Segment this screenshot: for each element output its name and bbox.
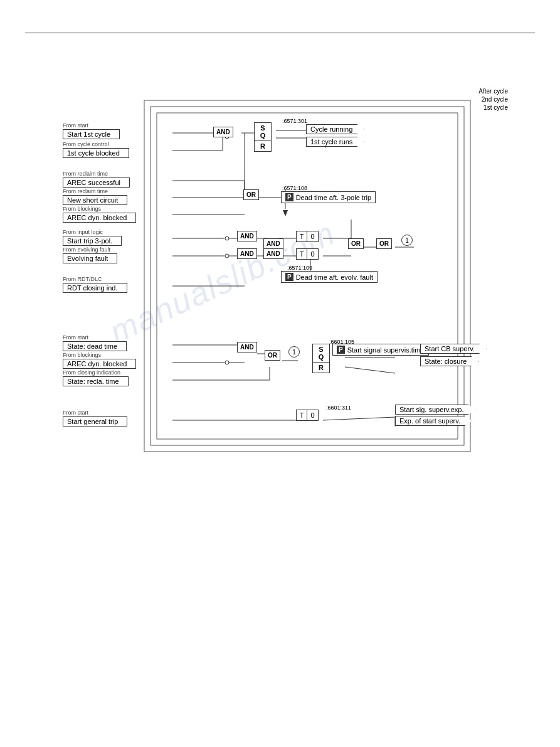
svg-line-47 [345, 367, 395, 373]
rdt-closing-group: From RDT/DLC RDT closing ind. [63, 276, 127, 293]
evolving-fault-caption: From evolving fault [63, 246, 117, 253]
start-general-trip-group: From start Start general trip [63, 410, 127, 426]
p2-block: P Dead time aft. evolv. fault [281, 271, 378, 283]
new-short-circuit-caption: From reclaim time [63, 188, 127, 194]
and-gate-1: AND [213, 127, 233, 137]
1st-cycle-runs-label: 1st cycle runs [310, 138, 352, 146]
and-gate-4-label: AND [263, 238, 283, 249]
start-trip-3pol-label: Start trip 3-pol. [67, 237, 112, 245]
svg-point-20 [225, 236, 229, 240]
state-closure-group: State: closure [420, 356, 478, 366]
new-short-circuit-label: New short circuit [67, 196, 118, 204]
start-cb-superv-group: Start CB superv. [420, 344, 487, 354]
state-closure-box: State: closure [420, 356, 478, 366]
p1-p: P [285, 193, 293, 201]
start-sig-superv-exp-label: Start sig. superv.exp. [399, 406, 464, 413]
sr2-s: S Q [313, 344, 329, 363]
and-gate-1-label: AND [213, 127, 233, 137]
id-6571-108: :6571:108 [282, 185, 307, 191]
sr1-r: R [255, 141, 271, 151]
start-sig-superv-exp-box: Start sig. superv.exp. [395, 405, 476, 415]
state-recla-caption: From closing indication [63, 369, 129, 376]
first-cycle-label: 1st cycle [478, 104, 508, 111]
arec-dyn-blocked2-box: AREC dyn. blocked [63, 359, 136, 369]
and-gate-6-label: AND [237, 342, 257, 352]
arec-dyn-blocked2-label: AREC dyn. blocked [67, 360, 127, 368]
sr1-s: S Q [255, 123, 271, 141]
p1-text: Dead time aft. 3-pole trip [296, 194, 371, 201]
1st-cycle-runs-group: 1st cycle runs [306, 137, 364, 147]
1st-cycle-blocked-label: 1st cycle blocked [67, 149, 120, 157]
or-gate-2: OR [348, 238, 364, 249]
1st-cycle-runs-box: 1st cycle runs [306, 137, 364, 147]
start-cb-superv-label: Start CB superv. [425, 345, 475, 352]
start-sig-superv-exp-group: Start sig. superv.exp. [395, 405, 476, 415]
num-1b-circle: 1 [288, 346, 300, 358]
sr2-r: R [313, 363, 329, 373]
rdt-closing-box: RDT closing ind. [63, 283, 127, 293]
timer2-v: 0 [307, 249, 318, 259]
evolving-fault-box: Evolving fault [63, 253, 117, 263]
rdt-closing-caption: From RDT/DLC [63, 276, 127, 282]
p1-label-box: P Dead time aft. 3-pole trip [281, 191, 376, 203]
new-short-circuit-box: New short circuit [63, 195, 127, 205]
id-6571-301: :6571:301 [282, 118, 307, 124]
id-6571-109: :6571:109 [287, 265, 312, 271]
state-dead-time-label: State: dead time [67, 342, 117, 350]
svg-point-39 [225, 361, 229, 364]
timer3-box: T 0 [296, 410, 319, 421]
svg-line-49 [323, 417, 395, 420]
timer3-t: T [297, 410, 307, 420]
or-gate-4-label: OR [265, 350, 280, 361]
timer1-t: T [297, 231, 307, 241]
and-gate-5: AND [263, 248, 283, 259]
or-gate-1: OR [243, 189, 259, 200]
arec-successful-box: AREC successful [63, 177, 130, 188]
start-general-trip-label: Start general trip [67, 418, 118, 425]
state-recla-group: From closing indication State: recla. ti… [63, 369, 129, 386]
timer2-t: T [297, 249, 307, 259]
arec-dyn-blocked2-caption: From blockings [63, 352, 136, 358]
svg-marker-18 [283, 210, 288, 216]
second-cycle-label: 2nd cycle [478, 96, 508, 103]
arec-dyn-blocked1-box: AREC dyn. blocked [63, 213, 136, 223]
new-short-circuit-group: From reclaim time New short circuit [63, 188, 127, 205]
arec-dyn-blocked1-group: From blockings AREC dyn. blocked [63, 206, 136, 223]
timer1-box: T 0 [296, 231, 319, 242]
p3-p: P [337, 346, 345, 354]
cycle-labels: After cycle 2nd cycle 1st cycle [478, 88, 508, 112]
and-gate-6: AND [237, 342, 257, 352]
start-trip-3pol-group: From input logic Start trip 3-pol. [63, 229, 122, 246]
exp-of-start-superv-box: Exp. of start superv. [395, 416, 472, 426]
arec-dyn-blocked2-group: From blockings AREC dyn. blocked [63, 352, 136, 369]
and-gate-5-label: AND [263, 248, 283, 259]
top-divider [25, 33, 535, 33]
state-dead-time-group: From start State: dead time [63, 334, 127, 351]
state-recla-box: State: recla. time [63, 376, 129, 386]
start-trip-3pol-caption: From input logic [63, 229, 122, 235]
p2-p: P [285, 273, 293, 281]
p2-text: Dead time aft. evolv. fault [296, 273, 373, 281]
timer-block-2: T 0 [296, 248, 319, 260]
start-1st-cycle-box: Start 1st cycle [63, 129, 120, 139]
start-trip-3pol-box: Start trip 3-pol. [63, 236, 122, 246]
timer2-box: T 0 [296, 248, 319, 260]
start-cb-superv-box: Start CB superv. [420, 344, 487, 354]
arec-dyn-blocked1-label: AREC dyn. blocked [67, 214, 127, 221]
p3-label-box: P Start signal supervis.time [332, 344, 429, 356]
cycle-running-box: Cycle running [306, 124, 364, 134]
evolving-fault-group: From evolving fault Evolving fault [63, 246, 117, 263]
diagram-area: After cycle 2nd cycle 1st cycle [63, 88, 514, 508]
num-circle-1: 1 [401, 235, 413, 246]
diagram-svg [63, 88, 514, 508]
start-general-trip-caption: From start [63, 410, 127, 416]
arec-successful-group: From reclaim time AREC successful [63, 171, 130, 188]
cycle-running-label: Cycle running [310, 125, 352, 133]
num-circle-1b: 1 [288, 346, 300, 358]
and-gate-3: AND [237, 248, 257, 259]
1st-cycle-blocked-caption: From cycle control [63, 141, 129, 147]
num-1-circle: 1 [401, 235, 413, 246]
evolving-fault-label: Evolving fault [67, 255, 108, 262]
state-dead-time-box: State: dead time [63, 341, 127, 351]
sr-block-1: S Q R [254, 122, 272, 152]
